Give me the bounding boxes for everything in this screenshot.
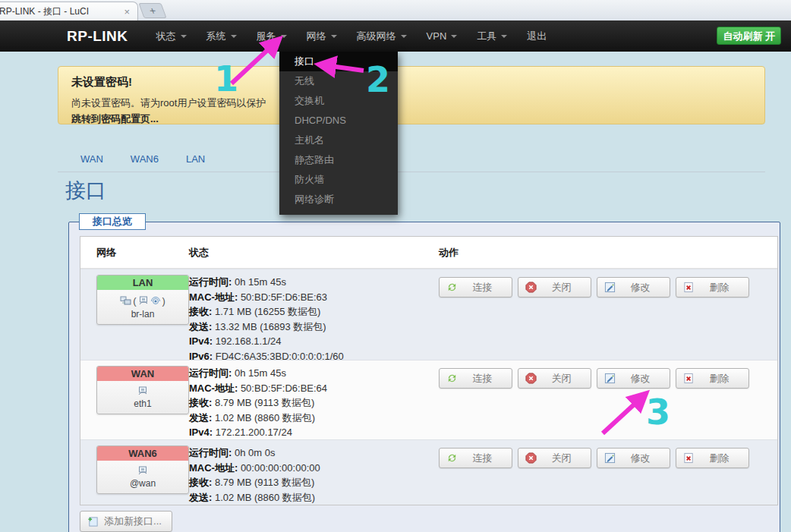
- subtab-wan[interactable]: WAN: [80, 153, 103, 165]
- interface-name: WAN: [97, 367, 188, 381]
- delete-button[interactable]: 删除: [676, 448, 749, 468]
- menu-status[interactable]: 状态: [147, 20, 197, 52]
- shutdown-button[interactable]: 关闭: [518, 448, 591, 468]
- warning-title: 未设置密码!: [71, 75, 752, 90]
- menu-services[interactable]: 服务: [247, 20, 297, 52]
- dropdown-item-firewall[interactable]: 防火墙: [279, 170, 398, 190]
- shutdown-icon: [525, 373, 537, 384]
- subtab-lan[interactable]: LAN: [186, 153, 205, 165]
- reconnect-icon: [446, 452, 458, 464]
- edit-icon: [604, 452, 616, 464]
- menu-system[interactable]: 系统: [197, 20, 247, 52]
- delete-icon: [683, 373, 695, 384]
- dropdown-item-dhcp-dns[interactable]: DHCP/DNS: [279, 111, 398, 131]
- interface-badge-wan[interactable]: WAN eth1: [96, 366, 189, 414]
- menu-advanced-network[interactable]: 高级网络: [347, 20, 417, 52]
- edit-icon: [604, 282, 616, 293]
- column-header-actions: 动作: [439, 246, 777, 260]
- bridge-icon: [120, 296, 131, 306]
- top-navbar: RP-LINK 状态 系统 服务 网络 高级网络 VPN 工具 退出 自动刷新 …: [0, 20, 791, 52]
- dropdown-item-interfaces[interactable]: 接口: [279, 52, 398, 71]
- interface-name: WAN6: [97, 446, 188, 461]
- reconnect-icon: [446, 373, 458, 384]
- table-row: WAN6 @wan 运行时间: 0h 0m 0s MAC-地址: 00:00:0…: [80, 439, 777, 505]
- chevron-down-icon: [451, 35, 457, 38]
- page-title: 接口: [65, 177, 106, 204]
- goto-password-config-link[interactable]: 跳转到密码配置页...: [71, 112, 752, 126]
- table-row: LAN ( ) br-lan 运行时间: 0h 15m 45s: [80, 269, 777, 360]
- wifi-icon: [150, 296, 161, 306]
- add-interface-icon: [87, 516, 99, 527]
- interface-device-name: br-lan: [97, 309, 188, 320]
- column-header-network: 网络: [80, 246, 189, 260]
- divider: [58, 172, 765, 172]
- interfaces-table: 网络 状态 动作 LAN ( ) br-lan: [80, 236, 778, 505]
- edit-button[interactable]: 修改: [597, 448, 670, 468]
- interface-overview-panel: 网络 状态 动作 LAN ( ) br-lan: [68, 222, 780, 532]
- dropdown-item-wireless[interactable]: 无线: [279, 71, 398, 91]
- browser-tab-bar: RP-LINK - 接口 - LuCI × +: [0, 0, 791, 20]
- tab-close-icon[interactable]: ×: [124, 6, 130, 17]
- shutdown-button[interactable]: 关闭: [518, 368, 591, 389]
- interface-device-name: @wan: [97, 478, 188, 489]
- interface-device-name: eth1: [97, 398, 188, 409]
- shutdown-icon: [525, 452, 537, 464]
- connect-button[interactable]: 连接: [439, 277, 512, 297]
- dropdown-item-switch[interactable]: 交换机: [279, 91, 398, 111]
- delete-icon: [683, 282, 695, 293]
- interface-badge-wan6[interactable]: WAN6 @wan: [96, 445, 189, 494]
- brand-logo: RP-LINK: [67, 28, 128, 45]
- delete-button[interactable]: 删除: [676, 368, 749, 389]
- interface-status: 运行时间: 0h 15m 45s MAC-地址: 50:BD:5F:D6:BE:…: [189, 269, 439, 360]
- menu-logout[interactable]: 退出: [517, 20, 556, 52]
- dropdown-item-static-routes[interactable]: 静态路由: [279, 150, 398, 170]
- browser-tab[interactable]: RP-LINK - 接口 - LuCI ×: [0, 2, 138, 20]
- chevron-down-icon: [231, 35, 237, 38]
- edit-button[interactable]: 修改: [597, 368, 670, 389]
- subtab-wan6[interactable]: WAN6: [131, 153, 159, 165]
- network-dropdown: 接口 无线 交换机 DHCP/DNS 主机名 静态路由 防火墙 网络诊断: [279, 52, 398, 215]
- tab-interface-overview[interactable]: 接口总览: [79, 213, 146, 230]
- autorefresh-toggle[interactable]: 自动刷新 开: [717, 27, 781, 45]
- column-header-status: 状态: [189, 246, 439, 260]
- browser-tab-title: RP-LINK - 接口 - LuCI: [0, 5, 119, 18]
- shutdown-icon: [525, 282, 537, 293]
- interface-status: 运行时间: 0h 0m 0s MAC-地址: 00:00:00:00:00:00…: [189, 440, 439, 505]
- menu-tools[interactable]: 工具: [467, 20, 517, 52]
- delete-icon: [683, 452, 695, 464]
- edit-icon: [604, 373, 616, 384]
- shutdown-button[interactable]: 关闭: [518, 277, 591, 297]
- menu-vpn[interactable]: VPN: [417, 20, 468, 52]
- interface-status: 运行时间: 0h 15m 45s MAC-地址: 50:BD:5F:D6:BE:…: [189, 360, 439, 439]
- table-header-row: 网络 状态 动作: [80, 237, 777, 269]
- ethernet-icon: [137, 466, 148, 476]
- warning-body: 尚未设置密码。请为root用户设置密码以保护: [71, 96, 752, 110]
- chevron-down-icon: [401, 35, 407, 38]
- interface-name: LAN: [97, 275, 188, 290]
- add-interface-button[interactable]: 添加新接口...: [80, 511, 172, 532]
- interface-badge-lan[interactable]: LAN ( ) br-lan: [96, 275, 189, 325]
- table-row: WAN eth1 运行时间: 0h 15m 45s MAC-地址: 50:BD:…: [80, 360, 777, 439]
- password-warning-box: 未设置密码! 尚未设置密码。请为root用户设置密码以保护 跳转到密码配置页..…: [58, 66, 765, 124]
- dropdown-item-diagnostics[interactable]: 网络诊断: [279, 190, 398, 209]
- chevron-down-icon: [281, 35, 287, 38]
- main-menu: 状态 系统 服务 网络 高级网络 VPN 工具 退出: [147, 20, 557, 52]
- chevron-down-icon: [181, 35, 187, 38]
- reconnect-icon: [446, 282, 458, 293]
- dropdown-item-hostnames[interactable]: 主机名: [279, 131, 398, 150]
- chevron-down-icon: [331, 35, 337, 38]
- ethernet-icon: [138, 296, 149, 306]
- ethernet-icon: [137, 386, 148, 396]
- chevron-down-icon: [501, 35, 507, 38]
- connect-button[interactable]: 连接: [439, 448, 512, 468]
- interface-subtabs: WAN WAN6 LAN: [80, 153, 205, 165]
- menu-network[interactable]: 网络: [297, 20, 347, 52]
- edit-button[interactable]: 修改: [597, 277, 670, 297]
- delete-button[interactable]: 删除: [676, 277, 749, 297]
- connect-button[interactable]: 连接: [439, 368, 512, 389]
- new-tab-button[interactable]: +: [138, 3, 166, 18]
